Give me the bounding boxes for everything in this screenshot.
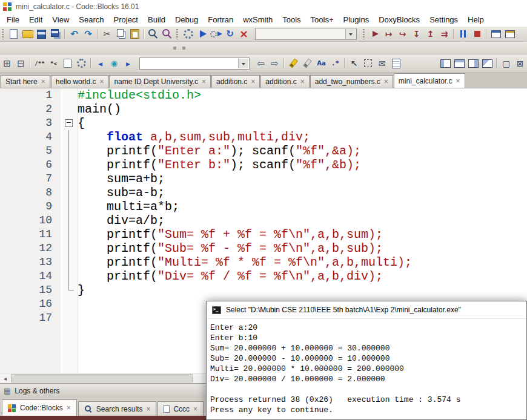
menu-search[interactable]: Search	[74, 13, 108, 26]
layout-split-horizontal-icon[interactable]	[452, 57, 466, 70]
prev-bookmark-icon[interactable]	[93, 57, 107, 70]
tab-hello-world.c[interactable]: hello world.c×	[51, 75, 109, 88]
toolbar-grip[interactable]	[363, 29, 365, 39]
next-line-icon[interactable]	[396, 27, 409, 41]
tab-close-icon[interactable]: ×	[41, 78, 45, 85]
code-completion-scope-select[interactable]	[139, 57, 250, 70]
tab-add_two_numbers.c[interactable]: add_two_numbers.c×	[310, 75, 393, 88]
menu-wxsmith[interactable]: wxSmith	[238, 13, 277, 26]
code-line[interactable]: 10 div=a/b;	[0, 214, 527, 228]
build-target-select[interactable]	[255, 28, 357, 40]
open-files-list-icon[interactable]	[14, 57, 28, 70]
code-line[interactable]: 5 printf("Enter a:"); scanf("%f",&a);	[0, 144, 527, 158]
console-titlebar[interactable]: Select "D:\Mubin CSE 2110\EEE 5th batch\…	[207, 301, 526, 319]
menu-file[interactable]: File	[2, 13, 24, 26]
various-info-icon[interactable]	[503, 27, 517, 41]
menu-build[interactable]: Build	[143, 13, 170, 26]
scrollbar-thumb[interactable]	[11, 374, 193, 382]
stop-debugger-icon[interactable]	[470, 27, 484, 41]
regex-icon[interactable]	[328, 57, 342, 70]
scroll-left-icon[interactable]	[0, 373, 10, 383]
code-line[interactable]: 15}	[0, 283, 527, 297]
tab-mini_calculator.c[interactable]: mini_calculator.c×	[394, 73, 465, 88]
code-line[interactable]: 9 multi=a*b;	[0, 200, 527, 214]
build-and-run-icon[interactable]	[209, 27, 223, 41]
menu-tools+[interactable]: Tools+	[306, 13, 339, 26]
tab-addition.c[interactable]: addition.c×	[211, 75, 260, 88]
tab-name-id-dept-university.c[interactable]: name ID Dept University.c×	[109, 75, 211, 88]
notes-icon[interactable]	[389, 57, 403, 70]
dock-handle-icon[interactable]	[182, 47, 185, 50]
debugging-windows-icon[interactable]	[489, 27, 503, 41]
save-icon[interactable]	[35, 27, 48, 41]
code-line[interactable]: 13 printf("Multi= %f * %f = %f\n",a,b,mu…	[0, 255, 527, 269]
goto-forward-icon[interactable]	[268, 57, 282, 70]
step-out-icon[interactable]	[423, 27, 437, 41]
paste-icon[interactable]	[128, 27, 142, 41]
layout-editor-icon[interactable]	[439, 57, 452, 70]
cut-icon[interactable]	[100, 27, 114, 41]
code-line[interactable]: 1#include<stdio.h>	[0, 88, 527, 102]
tab-close-icon[interactable]: ×	[67, 404, 71, 412]
menu-view[interactable]: View	[47, 13, 74, 26]
next-bookmark-icon[interactable]	[121, 57, 135, 70]
undo-icon[interactable]	[67, 27, 81, 41]
tab-close-icon[interactable]: ×	[251, 78, 255, 85]
doxy-settings-icon[interactable]	[75, 57, 88, 70]
tab-close-icon[interactable]: ×	[146, 405, 150, 413]
logs-tab-code::blocks[interactable]: Code::Blocks×	[2, 399, 77, 416]
code-line[interactable]: 12 printf("Sub= %f - %f = %f\n",a,b,sub)…	[0, 241, 527, 255]
match-case-icon[interactable]	[314, 57, 328, 70]
doxy-page-icon[interactable]	[61, 57, 75, 70]
menu-edit[interactable]: Edit	[24, 13, 47, 26]
code-line[interactable]: 6 printf("Enter b:"); scanf("%f",&b);	[0, 158, 527, 172]
copy-icon[interactable]	[114, 27, 128, 41]
goto-back-icon[interactable]	[254, 57, 268, 70]
tab-close-icon[interactable]: ×	[384, 78, 388, 85]
menu-debug[interactable]: Debug	[170, 13, 203, 26]
code-line[interactable]: 2main()	[0, 102, 527, 116]
box-select-icon[interactable]	[361, 57, 375, 70]
replace-icon[interactable]	[161, 27, 174, 41]
tab-close-icon[interactable]: ×	[202, 78, 206, 85]
tab-close-icon[interactable]: ×	[456, 77, 460, 85]
open-file-icon[interactable]	[21, 27, 35, 41]
tab-start-here[interactable]: Start here×	[1, 75, 50, 88]
pointer-tool-icon[interactable]	[347, 57, 361, 70]
menu-plugins[interactable]: Plugins	[339, 13, 374, 26]
find-icon[interactable]	[147, 27, 161, 41]
menu-help[interactable]: Help	[463, 13, 489, 26]
console-body[interactable]: Enter a:20Enter b:10Sum= 20.000000 + 10.…	[207, 319, 526, 415]
send-mail-icon[interactable]	[375, 57, 389, 70]
tab-close-icon[interactable]: ×	[193, 405, 197, 413]
layout-split-vertical-icon[interactable]	[466, 57, 480, 70]
rebuild-icon[interactable]	[223, 27, 237, 41]
code-line[interactable]: 3{	[0, 116, 527, 130]
fold-margin[interactable]	[61, 116, 78, 130]
code-line[interactable]: 14 printf("Div= %f / %f = %f\n",a,b,div)…	[0, 269, 527, 283]
menu-project[interactable]: Project	[109, 13, 143, 26]
run-icon[interactable]	[195, 27, 209, 41]
console-window[interactable]: Select "D:\Mubin CSE 2110\EEE 5th batch\…	[206, 301, 527, 420]
toolbar-grip[interactable]	[2, 29, 4, 39]
layout-all-icon[interactable]	[480, 57, 494, 70]
doxy-block-comment-icon[interactable]	[33, 57, 47, 70]
code-line[interactable]: 11 printf("Sum= %f + %f = %f\n",a,b,sum)…	[0, 228, 527, 241]
code-line[interactable]: 8 sub=a-b;	[0, 186, 527, 200]
code-line[interactable]: 7 sum=a+b;	[0, 172, 527, 186]
redo-icon[interactable]	[81, 27, 95, 41]
symbols-browser-icon[interactable]	[0, 57, 14, 70]
menu-tools[interactable]: Tools	[277, 13, 305, 26]
menu-doxyblocks[interactable]: DoxyBlocks	[374, 13, 425, 26]
run-to-cursor-icon[interactable]	[382, 27, 396, 41]
highlight-icon[interactable]	[287, 57, 300, 70]
abort-icon[interactable]	[237, 27, 251, 41]
logs-tab-search-results[interactable]: Search results×	[78, 401, 157, 416]
logs-tab-cccc[interactable]: Cccc×	[157, 401, 204, 416]
close-view-icon[interactable]	[513, 57, 527, 70]
toggle-panel-icon[interactable]	[499, 57, 513, 70]
menu-settings[interactable]: Settings	[425, 13, 463, 26]
doxy-line-comment-icon[interactable]	[47, 57, 61, 70]
toolbar-grip[interactable]	[176, 29, 178, 39]
titlebar[interactable]: mini_calculator.c - Code::Blocks 16.01	[0, 0, 527, 13]
